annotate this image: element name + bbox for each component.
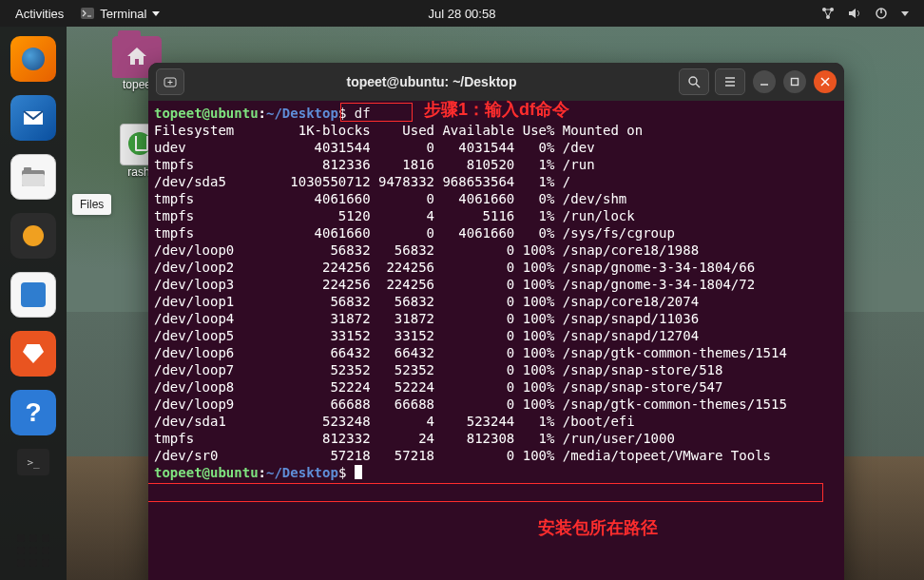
search-button[interactable] — [679, 68, 709, 95]
terminal-title: topeet@ubuntu: ~/Desktop — [190, 74, 673, 89]
cursor — [355, 465, 362, 479]
new-tab-icon — [164, 75, 177, 88]
gnome-topbar: Activities Terminal Jul 28 00:58 — [0, 0, 924, 27]
minimize-icon — [760, 77, 769, 87]
terminal-headerbar: topeet@ubuntu: ~/Desktop — [148, 63, 844, 101]
dock-files[interactable] — [10, 154, 56, 200]
close-button[interactable] — [814, 70, 837, 93]
df-header: Filesystem 1K-blocks Used Available Use%… — [154, 123, 643, 138]
prompt-path: ~/Desktop — [266, 106, 338, 121]
activities-button[interactable]: Activities — [6, 7, 73, 21]
annotation-box-path — [148, 483, 823, 502]
app-menu-label: Terminal — [100, 7, 146, 21]
prompt-user: topeet@ubuntu — [154, 106, 259, 121]
dock-firefox[interactable] — [10, 36, 56, 82]
dock-ubuntu-software[interactable] — [10, 331, 56, 377]
network-icon[interactable] — [821, 7, 835, 20]
annotation-box-command — [340, 103, 413, 122]
dock-rhythmbox[interactable] — [10, 213, 56, 259]
close-icon — [820, 77, 830, 87]
app-menu-button[interactable]: Terminal — [73, 7, 167, 21]
dock-help[interactable] — [10, 390, 56, 435]
maximize-button[interactable] — [783, 70, 806, 93]
terminal-icon — [81, 8, 94, 19]
show-applications-button[interactable] — [17, 534, 49, 567]
dock-libreoffice-writer[interactable] — [10, 272, 56, 318]
volume-icon[interactable] — [848, 7, 861, 20]
annotation-path: 安装包所在路径 — [538, 519, 658, 536]
trash-label: rash — [127, 165, 149, 179]
df-rows: udev 4031544 0 4031544 0% /dev tmpfs 812… — [154, 140, 787, 463]
home-icon — [127, 48, 146, 65]
svg-rect-7 — [24, 167, 31, 172]
power-icon[interactable] — [875, 7, 888, 20]
mail-icon — [22, 106, 45, 129]
minimize-button[interactable] — [753, 70, 776, 93]
svg-rect-0 — [81, 8, 94, 19]
clock[interactable]: Jul 28 00:58 — [429, 7, 496, 21]
chevron-down-icon[interactable] — [901, 11, 909, 16]
hamburger-icon — [723, 75, 737, 88]
dock — [0, 27, 67, 580]
svg-rect-18 — [792, 79, 799, 86]
files-icon — [21, 166, 46, 187]
new-tab-button[interactable] — [156, 68, 184, 95]
menu-button[interactable] — [715, 68, 745, 95]
terminal-window: topeet@ubuntu: ~/Desktop topeet@ubuntu:~… — [148, 63, 844, 580]
maximize-icon — [790, 77, 799, 87]
svg-line-13 — [696, 84, 700, 87]
annotation-step1: 步骤1：输入df命令 — [424, 101, 569, 118]
svg-point-12 — [689, 77, 697, 85]
dock-tooltip: Files — [72, 194, 111, 215]
dock-thunderbird[interactable] — [10, 95, 56, 141]
chevron-down-icon — [152, 11, 160, 16]
folder-label: topee — [123, 78, 151, 91]
search-icon — [687, 75, 701, 88]
svg-rect-8 — [22, 174, 45, 186]
terminal-output[interactable]: topeet@ubuntu:~/Desktop$ df Filesystem 1… — [148, 101, 844, 580]
dock-terminal[interactable] — [17, 449, 49, 475]
